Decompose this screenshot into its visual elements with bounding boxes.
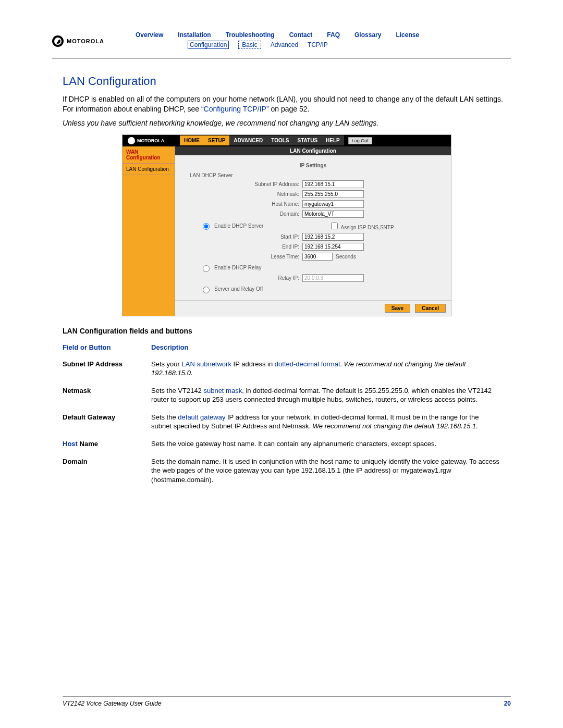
nav-primary: Overview Installation Troubleshooting Co… (136, 31, 419, 39)
label-lan-dhcp-server: LAN DHCP Server (190, 172, 442, 178)
label-server-relay-off: Server and Relay Off (214, 286, 263, 292)
ss-main: LAN Configuration IP Settings LAN DHCP S… (175, 146, 451, 316)
tab-help[interactable]: HELP (322, 135, 344, 145)
tab-status[interactable]: STATUS (293, 135, 322, 145)
input-lease[interactable] (302, 253, 333, 261)
field-name-gateway: Default Gateway (63, 410, 151, 436)
nav: Overview Installation Troubleshooting Co… (136, 31, 419, 49)
link-dotted-decimal[interactable]: dotted-decimal format (275, 360, 340, 368)
label-seconds: Seconds (336, 254, 356, 260)
footer-title: VT2142 Voice Gateway User Guide (63, 700, 162, 707)
table-header: Field or Button Description (63, 340, 511, 356)
link-host[interactable]: Host (63, 440, 78, 448)
nav-glossary[interactable]: Glossary (354, 31, 381, 39)
page-footer: VT2142 Voice Gateway User Guide 20 (63, 696, 511, 707)
label-enable-dhcp-server: Enable DHCP Server (214, 223, 263, 229)
table-row: Default Gateway Sets the default gateway… (63, 410, 511, 436)
table-row: Netmask Sets the VT2142 subnet mask, in … (63, 383, 511, 410)
field-desc-domain: Sets the domain name. It is used in conj… (151, 454, 511, 490)
link-subnet-mask[interactable]: subnet mask (203, 387, 242, 394)
nav-faq[interactable]: FAQ (327, 31, 340, 39)
input-hostname[interactable] (302, 200, 364, 208)
page-number: 20 (504, 700, 511, 707)
link-default-gateway[interactable]: default gateway (178, 413, 225, 421)
radio-server-relay-off[interactable] (203, 287, 210, 293)
radio-enable-dhcp-server[interactable] (203, 223, 210, 230)
field-desc-subnet: Sets your LAN subnetwork IP address in d… (151, 356, 511, 383)
cancel-button[interactable]: Cancel (415, 304, 446, 313)
nav-overview[interactable]: Overview (136, 31, 163, 39)
ss-buttons: Save Cancel (175, 300, 451, 316)
nav-tcpip[interactable]: TCP/IP (308, 41, 328, 48)
field-name-netmask: Netmask (63, 383, 151, 410)
label-domain: Domain: (185, 211, 299, 217)
table-title: LAN Configuration fields and buttons (63, 327, 511, 335)
input-netmask[interactable] (302, 190, 364, 198)
link-subnetwork[interactable]: subnetwork (197, 360, 231, 368)
input-domain[interactable] (302, 210, 364, 218)
page-title: LAN Configuration (63, 75, 511, 88)
panel-title: LAN Configuration (175, 146, 451, 155)
section-ip-settings: IP Settings (185, 163, 442, 168)
router-screenshot: MOTOROLA HOME SETUP ADVANCED TOOLS STATU… (122, 134, 451, 316)
ss-topbar: MOTOROLA HOME SETUP ADVANCED TOOLS STATU… (123, 135, 451, 146)
label-lease: Lease Time: (185, 254, 299, 260)
motorola-logo: MOTOROLA (52, 35, 104, 47)
intro-paragraph-1: If DHCP is enabled on all of the compute… (63, 94, 511, 114)
ss-brand: MOTOROLA (123, 135, 180, 146)
input-endip[interactable] (302, 243, 364, 251)
motorola-icon (52, 35, 64, 47)
logout-button[interactable]: Log Out (348, 137, 372, 144)
fields-table: Field or Button Description Subnet IP Ad… (63, 340, 511, 489)
nav-advanced[interactable]: Advanced (271, 41, 298, 48)
field-name-subnet: Subnet IP Address (63, 356, 151, 383)
th-field: Field or Button (63, 340, 151, 356)
nav-basic[interactable]: Basic (238, 41, 261, 49)
intro-paragraph-2: Unless you have sufficient networking kn… (63, 118, 511, 128)
tab-advanced[interactable]: ADVANCED (229, 135, 267, 145)
link-configuring-tcpip[interactable]: “Configuring TCP/IP” (201, 105, 269, 113)
input-startip[interactable] (302, 233, 364, 241)
checkbox-assign-isp[interactable] (331, 223, 338, 229)
ss-sidebar: WAN Configuration LAN Configuration (123, 146, 175, 316)
save-button[interactable]: Save (385, 304, 410, 313)
input-relayip[interactable] (302, 274, 364, 282)
content: LAN Configuration If DHCP is enabled on … (0, 59, 563, 489)
motorola-icon (128, 137, 135, 144)
page-header: MOTOROLA Overview Installation Troublesh… (0, 31, 563, 53)
label-relayip: Relay IP: (185, 275, 299, 281)
nav-configuration[interactable]: Configuration (188, 41, 229, 49)
nav-troubleshooting[interactable]: Troubleshooting (226, 31, 275, 39)
field-desc-hostname: Sets the voice gateway host name. It can… (151, 436, 511, 454)
field-desc-netmask: Sets the VT2142 subnet mask, in dotted-d… (151, 383, 511, 410)
field-desc-gateway: Sets the default gateway IP address for … (151, 410, 511, 436)
tab-setup[interactable]: SETUP (204, 135, 229, 145)
table-row: Domain Sets the domain name. It is used … (63, 454, 511, 490)
tab-home[interactable]: HOME (180, 135, 204, 145)
label-endip: End IP: (185, 244, 299, 250)
label-enable-dhcp-relay: Enable DHCP Relay (214, 265, 261, 270)
label-startip: Start IP: (185, 234, 299, 240)
label-netmask: Netmask: (185, 191, 299, 197)
th-description: Description (151, 340, 511, 356)
label-assign-isp: Assign ISP DNS,SNTP (341, 225, 394, 230)
nav-license[interactable]: License (396, 31, 419, 39)
ss-tabs: HOME SETUP ADVANCED TOOLS STATUS HELP Lo… (180, 135, 451, 146)
link-lan[interactable]: LAN (182, 360, 195, 368)
input-subnet[interactable] (302, 180, 364, 188)
sidebar-lan[interactable]: LAN Configuration (123, 164, 175, 175)
label-hostname: Host Name: (185, 201, 299, 207)
nav-installation[interactable]: Installation (178, 31, 211, 39)
field-name-domain: Domain (63, 454, 151, 490)
sidebar-wan[interactable]: WAN Configuration (123, 146, 175, 164)
nav-secondary: Configuration Basic Advanced TCP/IP (188, 41, 419, 49)
table-row: Host Host NameName Sets the voice gatewa… (63, 436, 511, 454)
brand-text: MOTOROLA (67, 38, 104, 44)
table-row: Subnet IP Address Sets your LAN subnetwo… (63, 356, 511, 383)
field-name-hostname: Host Host NameName (63, 436, 151, 454)
radio-enable-dhcp-relay[interactable] (203, 265, 210, 272)
label-subnet: Subnet IP Address: (185, 181, 299, 187)
tab-tools[interactable]: TOOLS (267, 135, 293, 145)
nav-contact[interactable]: Contact (289, 31, 313, 39)
